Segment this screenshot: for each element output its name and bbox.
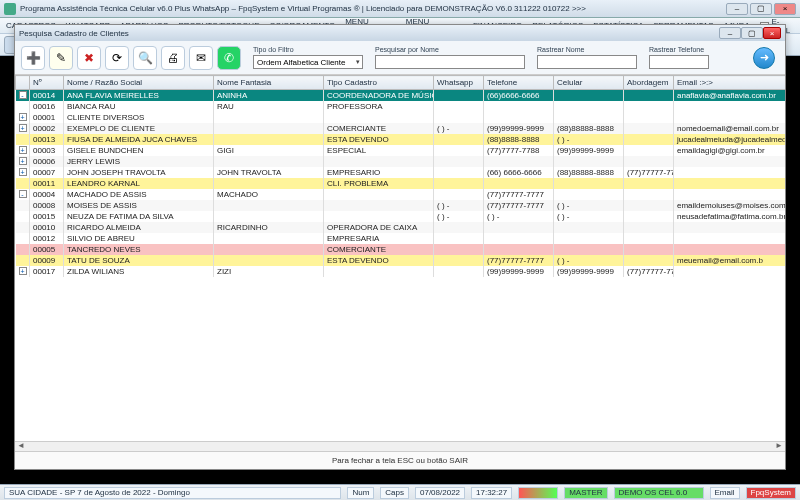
track-name-input[interactable]	[537, 55, 637, 69]
table-row[interactable]: +00007JOHN JOSEPH TRAVOLTAJOHN TRAVOLTAE…	[16, 167, 786, 178]
table-row[interactable]: 00012SILVIO DE ABREUEMPRESARIA	[16, 233, 786, 244]
expand-icon[interactable]: +	[19, 124, 27, 132]
inner-close-button[interactable]: ×	[763, 27, 781, 39]
column-header[interactable]: Email :>:>	[674, 76, 786, 90]
inner-toolbar: ➕ ✎ ✖ ⟳ 🔍 🖨 ✉ ✆ Tipo do Filtro Ordem Alf…	[15, 41, 785, 75]
expand-icon[interactable]: -	[19, 91, 27, 99]
search-name-input[interactable]	[375, 55, 525, 69]
expand-icon[interactable]: +	[19, 113, 27, 121]
status-master: MASTER	[564, 487, 607, 499]
add-button[interactable]: ➕	[21, 46, 45, 70]
expand-icon[interactable]: +	[19, 157, 27, 165]
inner-title: Pesquisa Cadastro de Clientes	[19, 29, 719, 38]
status-caps: Caps	[380, 487, 409, 499]
table-row[interactable]: +00002EXEMPLO DE CLIENTECOMERCIANTE( ) -…	[16, 123, 786, 134]
column-header[interactable]: Nome / Razão Social	[64, 76, 214, 90]
status-bar: SUA CIDADE - SP 7 de Agosto de 2022 - Do…	[0, 484, 800, 500]
go-button[interactable]: ➜	[753, 47, 775, 69]
status-location: SUA CIDADE - SP 7 de Agosto de 2022 - Do…	[4, 487, 341, 499]
inner-titlebar: Pesquisa Cadastro de Clientes – ▢ ×	[15, 25, 785, 41]
minimize-button[interactable]: –	[726, 3, 748, 15]
delete-button[interactable]: ✖	[77, 46, 101, 70]
expand-icon[interactable]: -	[19, 190, 27, 198]
column-header[interactable]: Telefone	[484, 76, 554, 90]
status-fpqsystem[interactable]: FpqSystem	[746, 487, 796, 499]
inner-minimize-button[interactable]: –	[719, 27, 741, 39]
column-header[interactable]: Tipo Cadastro	[324, 76, 434, 90]
filter-type-label: Tipo do Filtro	[253, 46, 363, 53]
table-row[interactable]: +00017ZILDA WILIANSZIZI(99)99999-9999(99…	[16, 266, 786, 277]
column-header[interactable]: Celular	[554, 76, 624, 90]
table-row[interactable]: 00008MOISES DE ASSIS( ) -(77)77777-7777(…	[16, 200, 786, 211]
table-row[interactable]: +00006JERRY LEWIS	[16, 156, 786, 167]
inner-maximize-button[interactable]: ▢	[741, 27, 763, 39]
status-email[interactable]: Email	[710, 487, 740, 499]
table-row[interactable]: -00004MACHADO DE ASSISMACHADO(77)77777-7…	[16, 189, 786, 200]
refresh-button[interactable]: ⟳	[105, 46, 129, 70]
status-demo: DEMO OS CEL 6.0	[614, 487, 704, 499]
email-button[interactable]: ✉	[189, 46, 213, 70]
edit-button[interactable]: ✎	[49, 46, 73, 70]
search-clients-window: Pesquisa Cadastro de Clientes – ▢ × ➕ ✎ …	[14, 24, 786, 470]
window-title: Programa Assistência Técnica Celular v6.…	[20, 4, 726, 13]
table-row[interactable]: 00005TANCREDO NEVESCOMERCIANTE	[16, 244, 786, 255]
track-phone-input[interactable]	[649, 55, 709, 69]
horizontal-scrollbar[interactable]	[15, 441, 785, 451]
column-header[interactable]: Nome Fantasia	[214, 76, 324, 90]
table-row[interactable]: 00013FIUSA DE ALMEIDA JUCA CHAVESESTA DE…	[16, 134, 786, 145]
status-date: 07/08/2022	[415, 487, 465, 499]
close-button[interactable]: ×	[774, 3, 796, 15]
expand-icon[interactable]: +	[19, 146, 27, 154]
status-num: Num	[347, 487, 374, 499]
clients-grid[interactable]: NºNome / Razão SocialNome FantasiaTipo C…	[15, 75, 785, 441]
status-time: 17:32:27	[471, 487, 512, 499]
column-header[interactable]: Nº	[30, 76, 64, 90]
table-row[interactable]: 00016BIANCA RAURAUPROFESSORA	[16, 101, 786, 112]
print-button[interactable]: 🖨	[161, 46, 185, 70]
whatsapp-button[interactable]: ✆	[217, 46, 241, 70]
main-titlebar: Programa Assistência Técnica Celular v6.…	[0, 0, 800, 18]
track-phone-label: Rastrear Telefone	[649, 46, 709, 53]
column-header[interactable]: Whatsapp	[434, 76, 484, 90]
track-name-label: Rastrear Nome	[537, 46, 637, 53]
table-row[interactable]: 00009TATU DE SOUZAESTA DEVENDO(77)77777-…	[16, 255, 786, 266]
table-row[interactable]: 00011LEANDRO KARNALCLI. PROBLEMA	[16, 178, 786, 189]
expand-icon[interactable]: +	[19, 267, 27, 275]
search-name-label: Pesquisar por Nome	[375, 46, 525, 53]
maximize-button[interactable]: ▢	[750, 3, 772, 15]
column-header[interactable]: Abordagem	[624, 76, 674, 90]
view-button[interactable]: 🔍	[133, 46, 157, 70]
table-row[interactable]: -00014ANA FLAVIA MEIRELLESANINHACOORDENA…	[16, 90, 786, 101]
column-header[interactable]	[16, 76, 30, 90]
table-row[interactable]: 00015NEUZA DE FATIMA DA SILVA( ) -( ) -(…	[16, 211, 786, 222]
app-icon	[4, 3, 16, 15]
table-row[interactable]: 00010RICARDO ALMEIDARICARDINHOOPERADORA …	[16, 222, 786, 233]
expand-icon[interactable]: +	[19, 168, 27, 176]
table-row[interactable]: +00001CLIENTE DIVERSOS	[16, 112, 786, 123]
table-row[interactable]: +00003GISELE BUNDCHENGIGIESPECIAL(77)777…	[16, 145, 786, 156]
footer-message: Para fechar a tela ESC ou botão SAIR	[15, 451, 785, 469]
status-meter	[518, 487, 558, 499]
filter-type-combo[interactable]: Ordem Alfabetica Cliente	[253, 55, 363, 69]
